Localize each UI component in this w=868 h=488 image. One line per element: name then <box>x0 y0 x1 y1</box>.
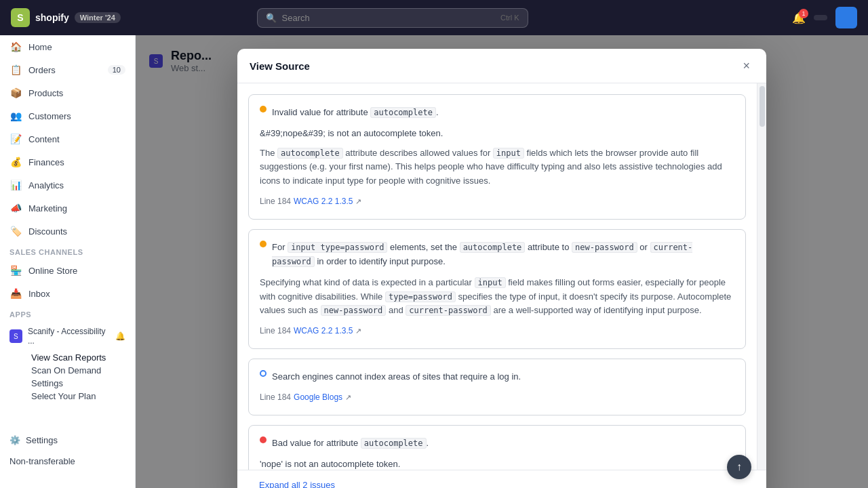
apps-section: Apps <box>0 305 135 321</box>
sidebar-item-analytics[interactable]: 📊 Analytics <box>0 174 135 197</box>
issue-card-2: For input type=password elements, set th… <box>248 229 746 349</box>
search-box[interactable]: 🔍 Search Ctrl K <box>257 8 528 28</box>
scrollbar-thumb <box>760 86 765 127</box>
sidebar-label-inbox: Inbox <box>28 289 50 299</box>
issue-3-header: Search engines cannot index areas of sit… <box>260 370 734 384</box>
modal-scroll-area[interactable]: Invalid value for attribute autocomplete… <box>237 83 757 470</box>
modal-body: Invalid value for attribute autocomplete… <box>237 83 766 470</box>
issue-1-code-2: autocomplete <box>277 148 343 159</box>
issue-4-code-autocomplete: autocomplete <box>361 438 427 449</box>
view-source-modal: View Source × Invalid value for attribut… <box>237 49 766 488</box>
main-content: S Repo... Web st... View Source × <box>136 35 868 488</box>
issue-card-3: Search engines cannot index areas of sit… <box>248 359 746 415</box>
modal-scrollbar[interactable] <box>757 83 766 470</box>
modal-header: View Source × <box>237 49 766 83</box>
sidebar: 🏠 Home 📋 Orders 10 📦 Products 👥 Customer… <box>0 35 136 488</box>
sidebar-item-online-store[interactable]: 🏪 Online Store <box>0 259 135 282</box>
issue-card-1: Invalid value for attribute autocomplete… <box>248 94 746 220</box>
issue-3-google-link[interactable]: Google Blogs <box>294 391 342 404</box>
notifications-button[interactable]: 🔔 1 <box>792 12 806 24</box>
sidebar-label-analytics: Analytics <box>28 180 64 190</box>
issue-2-line-label: Line 184 <box>260 325 291 338</box>
issue-1-header: Invalid value for attribute autocomplete… <box>260 106 734 120</box>
scroll-to-top-button[interactable]: ↑ <box>727 455 751 479</box>
issue-2-code-5: input <box>475 277 506 288</box>
finances-icon: 💰 <box>9 156 22 168</box>
issue-1-title: Invalid value for attribute autocomplete… <box>272 106 439 120</box>
sidebar-sub-select-your-plan[interactable]: Select Your Plan <box>0 390 135 403</box>
non-transferable-label: Non-transferable <box>9 456 75 466</box>
issue-1-line-label: Line 184 <box>260 195 291 208</box>
products-icon: 📦 <box>9 87 22 99</box>
expand-all-link[interactable]: Expand all 2 issues <box>248 474 346 488</box>
issue-1-body-line1: &#39;nope&#39; is not an autocomplete to… <box>260 127 734 141</box>
sidebar-label-marketing: Marketing <box>28 203 67 214</box>
sidebar-label-discounts: Discounts <box>28 226 67 237</box>
sidebar-footer-settings[interactable]: ⚙️ Settings <box>0 430 135 451</box>
sidebar-sub-settings[interactable]: Settings <box>0 377 135 390</box>
sidebar-sub-view-scan-reports[interactable]: View Scan Reports <box>0 351 135 364</box>
scanify-icon: S <box>9 329 22 343</box>
scanify-bell-icon: 🔔 <box>115 331 125 341</box>
issue-2-line: Line 184 WCAG 2.2 1.3.5 ↗ <box>260 325 734 338</box>
issue-2-external-icon: ↗ <box>355 325 361 338</box>
modal-close-button[interactable]: × <box>738 58 754 73</box>
sidebar-item-products[interactable]: 📦 Products <box>0 81 135 104</box>
issue-2-code-6: type=password <box>385 291 456 302</box>
issue-4-header: Bad value for attribute autocomplete. <box>260 436 734 451</box>
user-name <box>814 15 827 20</box>
issue-2-code-7: new-password <box>321 305 387 316</box>
modal-title: View Source <box>250 60 310 72</box>
issue-1-description: The autocomplete attribute describes all… <box>260 146 734 188</box>
marketing-icon: 📣 <box>9 202 22 214</box>
sidebar-item-discounts[interactable]: 🏷️ Discounts <box>0 220 135 243</box>
scanify-app[interactable]: S Scanify - Accessibility ... 🔔 <box>0 321 135 351</box>
shopify-icon: S <box>11 8 30 27</box>
issue-2-header: For input type=password elements, set th… <box>260 241 734 269</box>
issue-2-wcag-link[interactable]: WCAG 2.2 1.3.5 <box>294 325 353 338</box>
issue-card-4: Bad value for attribute autocomplete. 'n… <box>248 425 746 470</box>
issue-1-wcag-link[interactable]: WCAG 2.2 1.3.5 <box>294 195 353 208</box>
issue-3-line-label: Line 184 <box>260 391 291 404</box>
sidebar-item-marketing[interactable]: 📣 Marketing <box>0 197 135 220</box>
issue-2-title: For input type=password elements, set th… <box>272 241 734 269</box>
sidebar-item-customers[interactable]: 👥 Customers <box>0 104 135 127</box>
content-icon: 📝 <box>9 133 22 145</box>
sidebar-item-finances[interactable]: 💰 Finances <box>0 150 135 174</box>
issue-1-line: Line 184 WCAG 2.2 1.3.5 ↗ <box>260 195 734 208</box>
scanify-label: Scanify - Accessibility ... <box>28 327 110 346</box>
issue-2-dot <box>260 241 267 247</box>
search-placeholder: Search <box>282 13 310 23</box>
topbar-right: 🔔 1 <box>792 7 857 28</box>
sidebar-footer-non-transferable: Non-transferable <box>0 451 135 472</box>
search-shortcut: Ctrl K <box>500 14 519 22</box>
settings-footer-label: Settings <box>26 435 58 445</box>
sidebar-item-inbox[interactable]: 📥 Inbox <box>0 282 135 305</box>
home-icon: 🏠 <box>9 41 22 53</box>
sidebar-item-home[interactable]: 🏠 Home <box>0 35 135 58</box>
season-badge: Winter '24 <box>75 12 121 23</box>
sidebar-nav: 🏠 Home 📋 Orders 10 📦 Products 👥 Customer… <box>0 35 135 243</box>
issue-3-line: Line 184 Google Blogs ↗ <box>260 391 734 404</box>
issue-4-title: Bad value for attribute autocomplete. <box>272 436 429 451</box>
main-layout: 🏠 Home 📋 Orders 10 📦 Products 👥 Customer… <box>0 35 868 488</box>
sidebar-sub-scan-on-demand[interactable]: Scan On Demand <box>0 364 135 377</box>
issue-1-code-autocomplete: autocomplete <box>370 107 436 118</box>
issue-3-external-icon: ↗ <box>345 392 351 404</box>
sales-channels-section: Sales channels <box>0 243 135 259</box>
issue-2-description: Specifying what kind of data is expected… <box>260 276 734 318</box>
user-avatar[interactable] <box>835 7 857 28</box>
orders-badge: 10 <box>108 65 125 75</box>
issue-3-title: Search engines cannot index areas of sit… <box>272 370 521 384</box>
customers-icon: 👥 <box>9 110 22 122</box>
issue-1-code-3: input <box>493 148 524 159</box>
notification-badge: 1 <box>799 9 808 18</box>
sidebar-label-home: Home <box>28 42 52 52</box>
sidebar-item-content[interactable]: 📝 Content <box>0 127 135 150</box>
modal-overlay: View Source × Invalid value for attribut… <box>136 35 868 488</box>
brand-name: shopify <box>35 12 69 23</box>
orders-icon: 📋 <box>9 64 22 76</box>
sidebar-item-orders[interactable]: 📋 Orders 10 <box>0 58 135 81</box>
issue-1-external-icon: ↗ <box>355 196 361 208</box>
sidebar-label-finances: Finances <box>28 157 64 167</box>
